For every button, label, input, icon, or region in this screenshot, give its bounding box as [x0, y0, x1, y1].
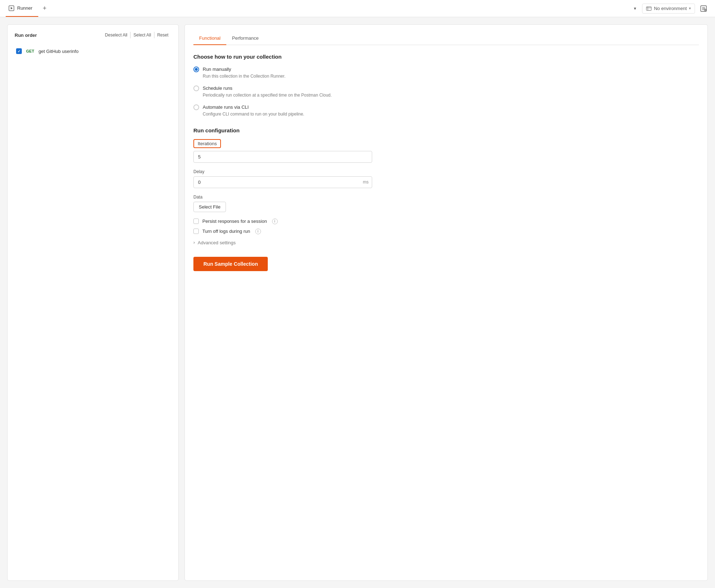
- delay-label: Delay: [193, 169, 699, 174]
- run-manually-option[interactable]: Run manually Run this collection in the …: [193, 66, 699, 79]
- advanced-chevron-icon: ›: [193, 240, 195, 245]
- svg-rect-2: [646, 7, 651, 10]
- delay-input-wrapper: ms: [193, 176, 372, 188]
- reset-button[interactable]: Reset: [154, 32, 171, 38]
- request-item: GET get GitHub userinfo: [15, 45, 171, 57]
- run-collection-button[interactable]: Run Sample Collection: [193, 257, 268, 271]
- play-icon: [9, 5, 14, 11]
- persist-responses-info-icon[interactable]: i: [272, 219, 278, 224]
- main-content: Run order Deselect All Select All Reset …: [0, 17, 715, 588]
- choose-how-title: Choose how to run your collection: [193, 54, 699, 60]
- turn-off-logs-label: Turn off logs during run: [202, 229, 250, 234]
- run-config-title: Run configuration: [193, 127, 699, 133]
- method-badge: GET: [26, 49, 34, 53]
- turn-off-logs-option: Turn off logs during run i: [193, 229, 699, 234]
- run-order-title: Run order: [15, 33, 102, 38]
- schedule-runs-label: Schedule runs: [203, 85, 332, 92]
- delay-suffix: ms: [363, 180, 369, 185]
- advanced-settings-label: Advanced settings: [198, 240, 236, 245]
- persist-responses-option: Persist responses for a session i: [193, 219, 699, 224]
- iterations-field-group: Iterations: [193, 139, 699, 163]
- schedule-runs-desc: Periodically run collection at a specifi…: [203, 92, 332, 98]
- svg-marker-1: [11, 7, 13, 9]
- environment-label: No environment: [654, 6, 687, 11]
- right-panel: Functional Performance Choose how to run…: [184, 24, 708, 581]
- automate-cli-desc: Configure CLI command to run on your bui…: [203, 111, 304, 117]
- runner-tab-label: Runner: [17, 5, 33, 11]
- tab-performance[interactable]: Performance: [226, 32, 264, 45]
- run-manually-label: Run manually: [203, 66, 285, 73]
- request-checkbox[interactable]: [16, 48, 22, 54]
- header-actions: Deselect All Select All Reset: [102, 32, 171, 38]
- schedule-runs-option[interactable]: Schedule runs Periodically run collectio…: [193, 85, 699, 98]
- tabs: Functional Performance: [193, 32, 699, 45]
- no-environment-icon: [646, 6, 652, 11]
- schedule-runs-radio[interactable]: [193, 85, 199, 91]
- environment-dropdown[interactable]: No environment ▾: [642, 4, 695, 14]
- collections-icon: [700, 5, 707, 12]
- advanced-settings[interactable]: › Advanced settings: [193, 240, 699, 245]
- turn-off-logs-checkbox[interactable]: [193, 229, 199, 234]
- left-panel-header: Run order Deselect All Select All Reset: [15, 32, 171, 38]
- data-field-group: Data Select File: [193, 195, 699, 212]
- run-manually-radio[interactable]: [193, 67, 199, 72]
- persist-responses-label: Persist responses for a session: [202, 219, 267, 224]
- left-panel: Run order Deselect All Select All Reset …: [7, 24, 179, 581]
- iterations-input[interactable]: [193, 151, 372, 163]
- add-tab-button[interactable]: +: [40, 4, 50, 14]
- runner-tab[interactable]: Runner: [6, 0, 38, 17]
- top-bar: Runner + ▾ No environment ▾: [0, 0, 715, 17]
- delay-field-group: Delay ms: [193, 169, 699, 188]
- turn-off-logs-info-icon[interactable]: i: [255, 229, 261, 234]
- top-bar-chevron[interactable]: ▾: [634, 6, 636, 11]
- delay-input[interactable]: [193, 176, 372, 188]
- env-chevron: ▾: [689, 6, 691, 11]
- run-manually-desc: Run this collection in the Collection Ru…: [203, 73, 285, 79]
- persist-responses-checkbox[interactable]: [193, 219, 199, 224]
- tab-functional[interactable]: Functional: [193, 32, 226, 45]
- deselect-all-button[interactable]: Deselect All: [102, 32, 131, 38]
- automate-cli-radio[interactable]: [193, 104, 199, 110]
- automate-cli-label: Automate runs via CLI: [203, 104, 304, 111]
- automate-cli-option[interactable]: Automate runs via CLI Configure CLI comm…: [193, 104, 699, 117]
- iterations-label: Iterations: [193, 139, 221, 148]
- select-all-button[interactable]: Select All: [130, 32, 154, 38]
- request-name: get GitHub userinfo: [39, 49, 79, 54]
- data-label: Data: [193, 195, 699, 200]
- top-bar-right-icon-button[interactable]: [698, 3, 709, 14]
- select-file-button[interactable]: Select File: [193, 202, 226, 212]
